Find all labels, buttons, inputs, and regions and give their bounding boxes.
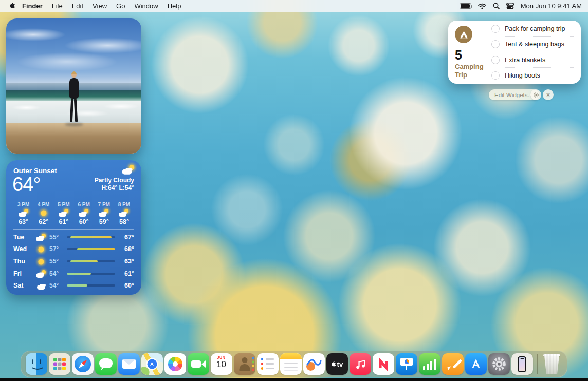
dock-item-safari[interactable]: [72, 353, 94, 375]
menu-window[interactable]: Window: [130, 2, 162, 10]
reminder-checkbox[interactable]: [491, 25, 500, 33]
dock-item-app-store[interactable]: [465, 353, 487, 375]
menu-go[interactable]: Go: [112, 2, 130, 10]
spotlight-search-icon[interactable]: [493, 3, 500, 9]
widget-gallery-button[interactable]: [530, 89, 541, 100]
daily-icon: [35, 258, 47, 266]
dock-item-facetime[interactable]: [188, 353, 209, 375]
dock-item-contacts[interactable]: [234, 353, 255, 375]
dock-item-photos[interactable]: [164, 353, 186, 375]
weather-high-low: H:64° L:54°: [95, 184, 134, 192]
menu-help[interactable]: Help: [163, 2, 186, 10]
wifi-icon[interactable]: [478, 3, 486, 9]
news-n-icon: [375, 356, 392, 372]
trash-basket-icon: [543, 354, 560, 374]
dock-item-pages[interactable]: [442, 353, 464, 375]
dock-item-notes[interactable]: [280, 353, 302, 375]
reminder-checkbox[interactable]: [491, 56, 500, 64]
dock-item-reminders[interactable]: [257, 353, 279, 375]
dock-divider: [537, 354, 538, 374]
weather-divider: [13, 229, 134, 230]
daily-row: Fri 54° 61°: [13, 268, 134, 280]
dock-item-maps[interactable]: [141, 353, 163, 375]
dock-item-mail[interactable]: [118, 353, 140, 375]
dock-item-iphone-mirroring[interactable]: [511, 353, 533, 375]
menu-bar-status: Mon Jun 10 9:41 AM: [460, 2, 582, 10]
calendar-month-label: JUN: [211, 356, 232, 359]
weather-hourly-forecast: 3 PM 63° 4 PM 62° 5 PM 61° 6 PM 60° 7 PM…: [13, 200, 134, 228]
reminders-items: Pack for camping trip Tent & sleeping ba…: [489, 21, 581, 84]
menu-file[interactable]: File: [47, 2, 67, 10]
menu-bar-left: Finder File Edit View Go Window Help: [6, 2, 186, 10]
weather-widget[interactable]: Outer Sunset 64° Partly Cloudy H:64° L:5…: [6, 160, 141, 295]
dock-item-news[interactable]: [373, 353, 394, 375]
reminder-checkbox[interactable]: [491, 71, 500, 80]
hourly-slot: 3 PM 63°: [13, 202, 33, 225]
temperature-range-bar: [67, 236, 115, 238]
reminder-checkbox[interactable]: [491, 40, 500, 48]
photo-sand: [6, 123, 141, 154]
widget-gallery-gear-icon: [533, 92, 539, 98]
reminder-item[interactable]: Tent & sleeping bags: [491, 40, 574, 48]
reminder-item[interactable]: Extra blankets: [491, 56, 574, 64]
dock-item-finder[interactable]: [26, 353, 47, 375]
music-note-icon: [354, 358, 366, 370]
hourly-icon: [98, 209, 109, 217]
dock-item-calendar[interactable]: JUN 10: [211, 353, 232, 375]
control-center-icon[interactable]: [506, 3, 514, 9]
hourly-icon: [18, 209, 29, 217]
hourly-slot: 6 PM 60°: [74, 202, 94, 225]
temperature-range-bar: [67, 260, 115, 262]
photo-person: [65, 71, 83, 126]
weather-condition-icon: [121, 165, 136, 175]
reminder-item[interactable]: Pack for camping trip: [491, 25, 574, 33]
close-widget-editing-button[interactable]: ×: [543, 89, 554, 100]
dock-item-messages[interactable]: [95, 353, 117, 375]
navigation-arrow-icon: [149, 361, 155, 367]
dock-item-trash[interactable]: [543, 354, 560, 374]
daily-icon: [35, 245, 47, 254]
daily-row: Wed 57° 68°: [13, 243, 134, 256]
battery-icon[interactable]: [460, 3, 471, 9]
bottom-letterbox: [0, 378, 588, 381]
daily-icon: [35, 282, 47, 290]
weather-header: Outer Sunset 64° Partly Cloudy H:64° L:5…: [13, 166, 134, 198]
hourly-slot: 5 PM 61°: [53, 202, 74, 225]
camping-list-icon: [455, 26, 472, 43]
dock-item-system-settings[interactable]: [488, 353, 510, 375]
iphone-icon: [518, 356, 526, 372]
menu-finder[interactable]: Finder: [17, 2, 47, 10]
temperature-range-bar: [67, 273, 115, 275]
weather-divider: [13, 199, 134, 199]
reminder-item[interactable]: Hiking boots: [491, 71, 574, 80]
apple-icon: [9, 2, 15, 10]
menu-bar-clock[interactable]: Mon Jun 10 9:41 AM: [521, 2, 582, 10]
reminder-separator: [505, 52, 574, 52]
dock-item-apple-tv[interactable]: tv: [326, 353, 348, 375]
hourly-icon: [58, 209, 69, 217]
photos-widget[interactable]: [6, 18, 141, 154]
temperature-range-bar: [67, 248, 115, 250]
apple-menu[interactable]: [6, 2, 17, 10]
daily-icon: [35, 270, 47, 278]
calendar-day-label: 10: [211, 360, 232, 369]
menu-edit[interactable]: Edit: [67, 2, 88, 10]
dock-item-numbers[interactable]: [419, 353, 440, 375]
reminders-summary: 5 Camping Trip: [448, 21, 489, 84]
dock-item-keynote[interactable]: [396, 353, 417, 375]
reminders-widget[interactable]: 5 Camping Trip Pack for camping trip Ten…: [448, 21, 581, 84]
hourly-slot: 4 PM 62°: [33, 202, 53, 225]
freeform-squiggle-icon: [306, 358, 322, 367]
app-store-a-icon: [467, 355, 485, 373]
gear-icon: [490, 355, 508, 373]
dock-item-freeform[interactable]: [303, 353, 325, 375]
menu-view[interactable]: View: [88, 2, 112, 10]
hourly-slot: 7 PM 59°: [94, 202, 114, 225]
dock: JUN 10 tv: [21, 351, 567, 377]
reminder-separator: [505, 36, 574, 37]
hourly-slot: 8 PM 58°: [114, 202, 134, 225]
weather-daily-forecast: Tue 55° 67° Wed 57° 68° Thu 55° 63° Fri …: [13, 230, 134, 292]
dock-item-launchpad[interactable]: [49, 353, 70, 375]
daily-row: Thu 55° 63°: [13, 255, 134, 268]
dock-item-music[interactable]: [350, 353, 371, 375]
